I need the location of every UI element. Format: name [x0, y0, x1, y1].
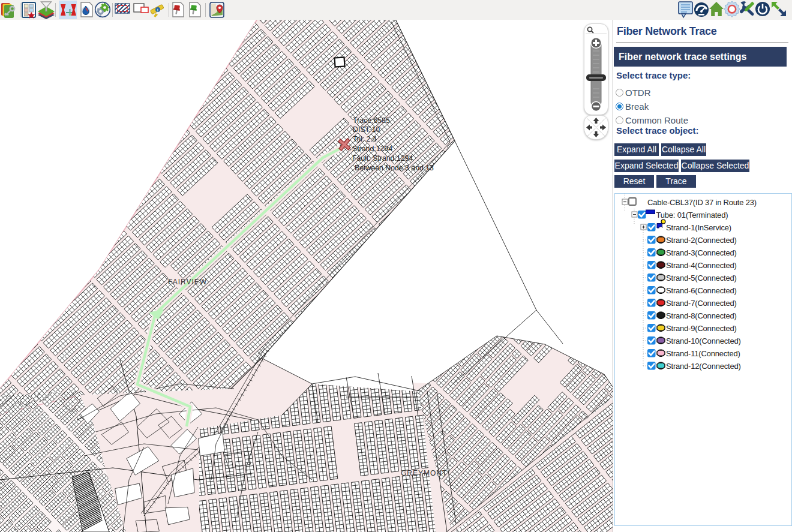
svg-text:GREYMONT: GREYMONT — [401, 469, 447, 477]
svg-text:Fault: Strand:1294: Fault: Strand:1294 — [352, 154, 413, 163]
svg-text:Between Node:3 and 13: Between Node:3 and 13 — [355, 164, 434, 172]
svg-text:Tube: 01(Terminated): Tube: 01(Terminated) — [656, 211, 728, 220]
svg-text:Strand-8(Connected): Strand-8(Connected) — [666, 311, 737, 320]
svg-text:DIST-10: DIST-10 — [353, 125, 380, 134]
svg-text:Strand-11(Connected): Strand-11(Connected) — [666, 349, 740, 358]
svg-text:Strand-4(Connected): Strand-4(Connected) — [666, 261, 737, 270]
svg-text:Trace:6585: Trace:6585 — [353, 116, 390, 125]
svg-text:Strand-6(Connected): Strand-6(Connected) — [666, 286, 737, 295]
svg-text:Tol: 2.4: Tol: 2.4 — [353, 135, 377, 143]
svg-text:Strand-3(Connected): Strand-3(Connected) — [666, 248, 737, 257]
svg-text:Strand-5(Connected): Strand-5(Connected) — [666, 273, 737, 282]
svg-text:FAIRVIEW: FAIRVIEW — [168, 278, 207, 286]
svg-text:Strand-1(InService): Strand-1(InService) — [666, 223, 731, 232]
svg-text:Strand-2(Connected): Strand-2(Connected) — [666, 236, 737, 245]
svg-text:Strand-12(Connected): Strand-12(Connected) — [666, 362, 741, 371]
svg-text:Cable-CBL37(ID 37 in Route 23): Cable-CBL37(ID 37 in Route 23) — [647, 198, 757, 207]
svg-text:Strand-7(Connected): Strand-7(Connected) — [666, 299, 737, 308]
svg-text:Strand-10(Connected): Strand-10(Connected) — [666, 336, 741, 345]
svg-text:Strand-9(Connected): Strand-9(Connected) — [666, 324, 737, 333]
svg-text:Strand:1294: Strand:1294 — [352, 145, 392, 153]
